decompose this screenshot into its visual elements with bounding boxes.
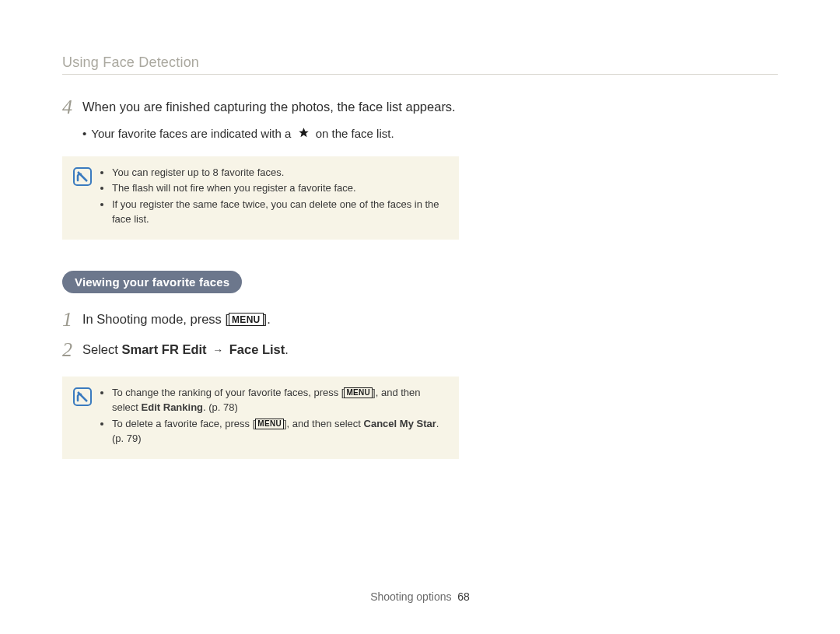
step-4: 4 When you are finished capturing the ph…	[62, 96, 459, 119]
menu-icon: MENU	[344, 387, 373, 398]
bullet-text-suffix: on the face list.	[316, 127, 394, 140]
note-item: The flash will not fire when you registe…	[112, 181, 446, 196]
step-4-bullet: • Your favorite faces are indicated with…	[82, 125, 459, 142]
note-icon	[73, 167, 92, 188]
step-number: 1	[62, 309, 82, 331]
note-list: To change the ranking of your favorite f…	[101, 386, 446, 447]
note-item: To delete a favorite face, press [MENU],…	[112, 417, 446, 447]
page-footer: Shooting options 68	[0, 590, 840, 603]
content-column: 4 When you are finished capturing the ph…	[62, 96, 459, 459]
step-2: 2 Select Smart FR Edit → Face List.	[62, 339, 459, 362]
menu-icon: MENU	[255, 419, 284, 429]
page-number: 68	[457, 590, 470, 603]
bullet-dot: •	[82, 125, 86, 142]
note-item: You can register up to 8 favorite faces.	[112, 166, 446, 180]
step-text: Select Smart FR Edit → Face List.	[82, 339, 459, 358]
step-number: 4	[62, 96, 82, 119]
arrow-icon: →	[212, 344, 223, 356]
step-text: In Shooting mode, press [MENU].	[82, 309, 459, 328]
note-list: You can register up to 8 favorite faces.…	[101, 166, 446, 229]
star-icon	[298, 126, 310, 142]
note-box-1: You can register up to 8 favorite faces.…	[62, 156, 459, 240]
note-box-2: To change the ranking of your favorite f…	[62, 377, 459, 458]
svg-marker-0	[299, 128, 309, 137]
menu-icon: MENU	[229, 313, 264, 326]
page-header-title: Using Face Detection	[62, 54, 778, 71]
bullet-text-prefix: Your favorite faces are indicated with a	[91, 127, 291, 140]
note-item: If you register the same face twice, you…	[112, 198, 446, 227]
step-1: 1 In Shooting mode, press [MENU].	[62, 309, 459, 331]
step-text: When you are finished capturing the phot…	[82, 96, 459, 115]
manual-page: Using Face Detection 4 When you are fini…	[0, 0, 840, 634]
section-pill: Viewing your favorite faces	[62, 271, 242, 293]
step-number: 2	[62, 339, 82, 362]
footer-section: Shooting options	[370, 590, 451, 603]
note-icon	[73, 387, 92, 408]
divider	[62, 74, 778, 75]
note-item: To change the ranking of your favorite f…	[112, 386, 446, 415]
